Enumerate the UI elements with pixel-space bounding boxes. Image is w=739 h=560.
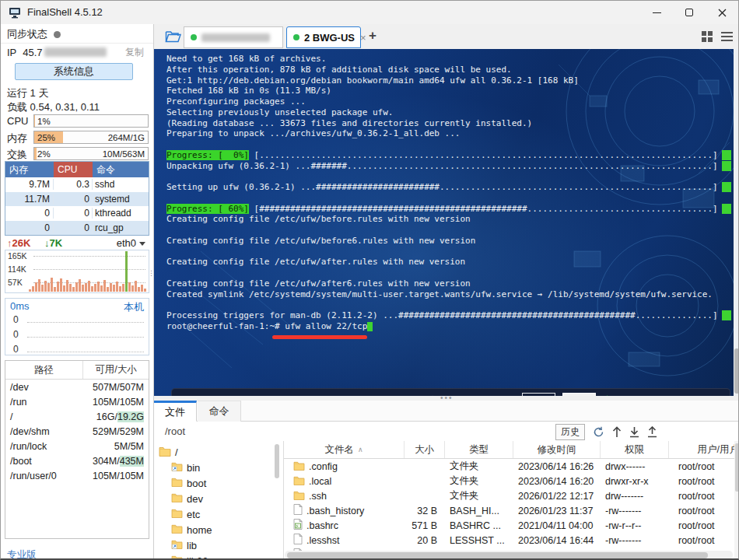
- disk-row[interactable]: /run/lock5M/5M: [5, 439, 149, 453]
- interface-selector[interactable]: eth0: [117, 237, 145, 249]
- file-table-vscrollbar[interactable]: [734, 441, 739, 560]
- upload-icon[interactable]: [647, 426, 657, 438]
- column-header[interactable]: 命令: [93, 162, 149, 177]
- traffic-bar: [51, 278, 53, 292]
- column-header-size[interactable]: 可用/大小: [83, 363, 149, 376]
- meter-detail: 10M/563M: [103, 149, 145, 159]
- file-owner-cell: root/root: [669, 476, 734, 487]
- terminal-line: Preparing to unpack .../archives/ufw_0.3…: [166, 128, 731, 139]
- scrollbar-thumb[interactable]: [735, 443, 739, 492]
- file-row[interactable]: .bashrc571 BBASHRC ...2021/04/11 04:00-r…: [284, 518, 734, 533]
- terminal-scrollbar[interactable]: [734, 49, 739, 396]
- terminal-line: Selecting previously unselected package …: [166, 107, 731, 118]
- process-row[interactable]: 9.7M0.3sshd: [5, 177, 149, 192]
- download-icon[interactable]: [629, 426, 639, 438]
- traffic-bar: [135, 281, 137, 292]
- terminal[interactable]: Need to get 168 kB of archives.After thi…: [154, 49, 739, 396]
- scrollbar-thumb[interactable]: [734, 348, 739, 394]
- folder-icon: [171, 523, 183, 536]
- minimize-icon: [653, 12, 661, 13]
- file-row[interactable]: .local文件夹2023/06/14 16:20drwxr-xr-xroot/…: [284, 474, 734, 488]
- file-owner-cell: root/root: [669, 535, 734, 546]
- terminal-line: Fetched 168 kB in 0s (11.3 MB/s): [166, 86, 731, 96]
- disk-row[interactable]: /dev507M/507M: [5, 380, 149, 394]
- tree-item-home[interactable]: home: [171, 522, 212, 537]
- file-row[interactable]: .bash_history32 BBASH_HI...2026/01/23 11…: [284, 503, 734, 518]
- disk-row[interactable]: /boot304M/435M: [5, 453, 149, 468]
- system-info-button[interactable]: 系统信息: [15, 63, 133, 80]
- avail-size: 304M/435M: [71, 456, 149, 467]
- tree-item-etc[interactable]: etc: [171, 506, 200, 522]
- copy-ip-link[interactable]: 复制: [125, 46, 144, 59]
- session-tab-2-active[interactable]: 2 BWG-US ×: [286, 26, 361, 48]
- tab-commands[interactable]: 命令: [198, 401, 241, 422]
- ping-value: 0: [13, 329, 19, 340]
- shell-prompt: root@cheerful-fan-1:~#: [166, 321, 285, 331]
- tab-menu-icon[interactable]: [721, 32, 733, 41]
- column-header-path[interactable]: 路径: [5, 361, 83, 379]
- tree-item-root[interactable]: /: [159, 444, 178, 460]
- tree-scrollbar[interactable]: [275, 444, 279, 478]
- minimize-button[interactable]: [640, 1, 673, 24]
- column-header[interactable]: 用户/用户组: [669, 441, 734, 458]
- column-header[interactable]: 内存: [5, 162, 54, 177]
- terminal-line: Preconfiguring packages ...: [166, 96, 731, 107]
- maximize-button[interactable]: [673, 1, 706, 24]
- tab-close-icon[interactable]: ×: [360, 33, 366, 43]
- tab-files[interactable]: 文件: [154, 401, 197, 422]
- open-folder-icon[interactable]: [165, 30, 181, 46]
- file-perm-cell: -rw-------: [601, 506, 669, 516]
- file-type-cell: BASH_HI...: [445, 506, 513, 516]
- file-table-hscrollbar[interactable]: [285, 551, 733, 559]
- disk-row[interactable]: /run105M/105M: [5, 394, 149, 409]
- process-row[interactable]: 00kthreadd: [5, 206, 149, 221]
- tree-item-bin[interactable]: bin: [171, 460, 200, 475]
- column-header[interactable]: CPU: [54, 162, 93, 177]
- gridline: [27, 322, 144, 323]
- tree-item-dev[interactable]: dev: [171, 491, 203, 506]
- traffic-bar: [69, 284, 72, 292]
- column-header[interactable]: 权限: [601, 441, 669, 458]
- tree-item-boot[interactable]: boot: [171, 475, 206, 491]
- parent-directory-icon[interactable]: [612, 426, 622, 438]
- terminal-line: [166, 193, 731, 204]
- meter-fill: [34, 115, 35, 127]
- process-row[interactable]: 11.7M0systemd: [5, 192, 149, 207]
- current-path[interactable]: /root: [165, 425, 185, 437]
- disk-row[interactable]: /16G/19.2G: [5, 409, 149, 424]
- file-row[interactable]: .config文件夹2023/06/14 16:26drwx------root…: [284, 459, 734, 474]
- scrollbar-thumb[interactable]: [287, 552, 708, 558]
- column-header[interactable]: 类型: [445, 441, 513, 458]
- tree-item-lib32[interactable]: lib32: [171, 553, 208, 560]
- new-tab-button[interactable]: +: [369, 28, 377, 44]
- tree-item-label: home: [187, 524, 212, 536]
- terminal-prompt-line: root@cheerful-fan-1:~# ufw allow 22/tcp: [166, 321, 731, 332]
- progress-ok-block: [722, 182, 731, 192]
- process-table-header: 内存CPU命令: [5, 162, 149, 177]
- edition-label: 专业版: [7, 548, 37, 560]
- session-tab-1[interactable]: [184, 26, 283, 48]
- refresh-icon[interactable]: [593, 426, 604, 438]
- file-icon: [293, 534, 303, 547]
- avail-size: 105M/105M: [71, 471, 149, 481]
- disk-row[interactable]: /run/user/0105M/105M: [5, 468, 149, 483]
- titlebar: FinalShell 4.5.12: [1, 1, 738, 24]
- disk-row[interactable]: /dev/shm529M/529M: [5, 424, 149, 439]
- path-history-button[interactable]: 历史: [555, 424, 585, 440]
- tab-layout-grid-icon[interactable]: [702, 31, 713, 42]
- traffic-bar: [119, 286, 121, 292]
- column-header[interactable]: 大小: [405, 441, 445, 458]
- process-cpu: 0: [54, 208, 93, 219]
- column-header[interactable]: 文件名∧: [284, 441, 405, 458]
- close-button[interactable]: [706, 1, 738, 24]
- progress-label: Progress: [ 60%]: [166, 204, 249, 214]
- tree-item-lib[interactable]: lib: [171, 537, 197, 553]
- file-row[interactable]: .ssh文件夹2026/01/22 12:17drw-------root/ro…: [284, 488, 734, 503]
- file-row[interactable]: .lesshst20 BLESSHST ...2023/06/14 16:44-…: [284, 533, 734, 548]
- column-header[interactable]: 修改时间: [513, 441, 601, 458]
- mount-path: /run/user/0: [5, 471, 71, 481]
- ping-target[interactable]: 本机: [124, 300, 144, 314]
- process-row[interactable]: 00rcu_gp: [5, 221, 149, 236]
- terminal-line: Unpacking ufw (0.36.2-1) ...#######.....…: [166, 161, 731, 172]
- avail-size: 5M/5M: [71, 441, 149, 452]
